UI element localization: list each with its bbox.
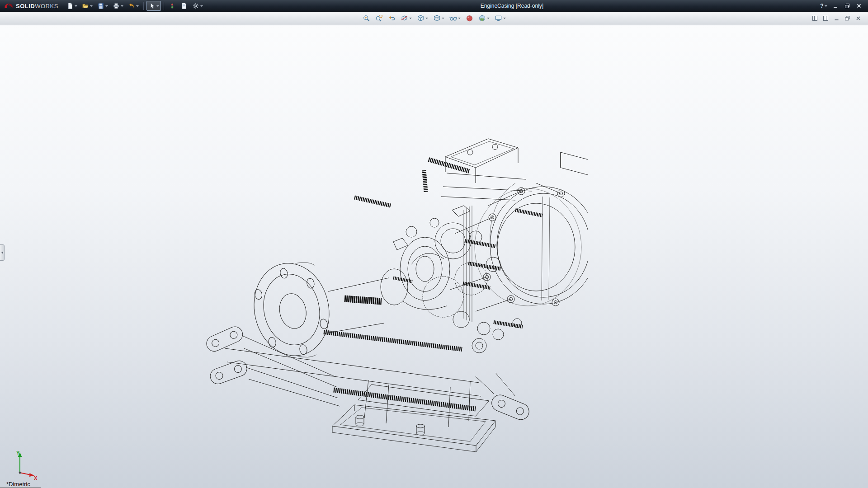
orientation-triad[interactable]: Y X xyxy=(6,448,39,481)
view-orientation-button[interactable] xyxy=(415,13,430,24)
dropdown-caret-icon xyxy=(121,5,123,7)
view-orientation-cube-icon xyxy=(417,14,425,22)
restore-icon xyxy=(844,3,850,9)
dropdown-caret-icon xyxy=(487,18,490,19)
toolbar-separator xyxy=(164,2,164,10)
rebuild-button[interactable] xyxy=(167,1,178,11)
previous-view-icon xyxy=(388,14,396,22)
dropdown-caret-icon xyxy=(442,18,444,19)
view-settings-monitor-icon xyxy=(495,14,502,22)
select-arrow-icon xyxy=(148,2,156,9)
close-icon xyxy=(856,3,862,9)
dropdown-caret-icon xyxy=(825,5,827,7)
pane-right-button[interactable] xyxy=(821,14,830,22)
minimize-window-button[interactable] xyxy=(831,2,840,10)
ds-swoosh-icon xyxy=(4,3,14,9)
minimize-document-button[interactable] xyxy=(832,14,841,22)
help-button[interactable]: ? xyxy=(819,2,828,10)
print-button[interactable] xyxy=(111,1,125,11)
chevron-left-icon xyxy=(1,251,3,254)
previous-view-button[interactable] xyxy=(386,13,397,24)
y-axis-label: Y xyxy=(16,450,20,455)
document-title: EngineCasing [Read-only] xyxy=(205,3,819,9)
save-floppy-icon xyxy=(97,2,104,9)
restore-window-button[interactable] xyxy=(843,2,852,10)
restore-document-button[interactable] xyxy=(843,14,852,22)
document-window-controls xyxy=(811,12,863,25)
zoom-to-area-button[interactable] xyxy=(373,13,385,24)
options-gear-icon xyxy=(192,2,199,9)
dropdown-caret-icon xyxy=(458,18,461,19)
pane-left-button[interactable] xyxy=(811,14,819,22)
minimize-icon xyxy=(833,3,838,9)
hide-show-items-button[interactable] xyxy=(448,13,462,24)
minimize-icon xyxy=(834,15,840,21)
scene-sphere-icon xyxy=(478,14,486,22)
open-button[interactable] xyxy=(80,1,94,11)
zoom-to-fit-icon xyxy=(363,14,370,22)
solidworks-window: SOLIDWORKS xyxy=(0,0,868,488)
section-view-button[interactable] xyxy=(399,13,414,24)
appearance-ball-icon xyxy=(466,14,473,22)
dropdown-caret-icon xyxy=(425,18,428,19)
dropdown-caret-icon xyxy=(105,5,108,7)
section-view-icon xyxy=(401,14,408,22)
dropdown-caret-icon xyxy=(503,18,506,19)
edit-appearance-button[interactable] xyxy=(464,13,475,24)
open-folder-icon xyxy=(82,2,89,9)
app-name-bold: SOLID xyxy=(16,3,35,9)
apply-scene-button[interactable] xyxy=(476,13,491,24)
dropdown-caret-icon xyxy=(156,5,159,7)
dropdown-caret-icon xyxy=(75,5,77,7)
restore-icon xyxy=(844,15,850,21)
view-orientation-label: *Dimetric xyxy=(6,481,30,488)
close-window-button[interactable] xyxy=(854,2,863,10)
panel-collapse-tab[interactable] xyxy=(0,244,5,261)
zoom-to-fit-button[interactable] xyxy=(361,13,372,24)
undo-arrow-icon xyxy=(128,2,135,9)
graphics-area[interactable]: Y X *Dimetric xyxy=(0,25,868,488)
new-document-icon xyxy=(66,2,74,9)
dropdown-caret-icon xyxy=(200,5,203,7)
menu-bar-toolbar xyxy=(65,1,205,11)
display-style-button[interactable] xyxy=(431,13,446,24)
undo-button[interactable] xyxy=(126,1,141,11)
pane-right-icon xyxy=(823,15,829,21)
pane-left-icon xyxy=(812,15,818,21)
app-name-light: WORKS xyxy=(35,3,58,9)
toolbar-separator xyxy=(143,2,144,10)
close-icon xyxy=(855,15,861,21)
file-properties-icon xyxy=(180,2,188,9)
print-icon xyxy=(113,2,120,9)
zoom-to-area-icon xyxy=(375,14,383,22)
dropdown-caret-icon xyxy=(136,5,139,7)
rebuild-traffic-light-icon xyxy=(169,2,176,9)
dropdown-caret-icon xyxy=(90,5,93,7)
display-style-cube-icon xyxy=(433,14,441,22)
options-button[interactable] xyxy=(190,1,205,11)
file-properties-button[interactable] xyxy=(179,1,189,11)
app-name: SOLIDWORKS xyxy=(16,3,58,9)
close-document-button[interactable] xyxy=(854,14,863,22)
window-controls: ? xyxy=(819,2,865,10)
solidworks-logo: SOLIDWORKS xyxy=(4,3,65,9)
help-glyph: ? xyxy=(820,3,823,9)
heads-up-view-toolbar xyxy=(361,13,508,24)
dropdown-caret-icon xyxy=(409,18,412,19)
view-settings-button[interactable] xyxy=(493,13,508,24)
titlebar: SOLIDWORKS xyxy=(0,0,868,12)
save-button[interactable] xyxy=(95,1,110,11)
select-button[interactable] xyxy=(146,1,161,11)
engine-casing-wireframe[interactable] xyxy=(199,129,588,454)
eyeglasses-icon xyxy=(449,14,457,22)
heads-up-row xyxy=(0,12,868,25)
new-document-button[interactable] xyxy=(65,1,79,11)
x-axis-label: X xyxy=(34,475,38,481)
